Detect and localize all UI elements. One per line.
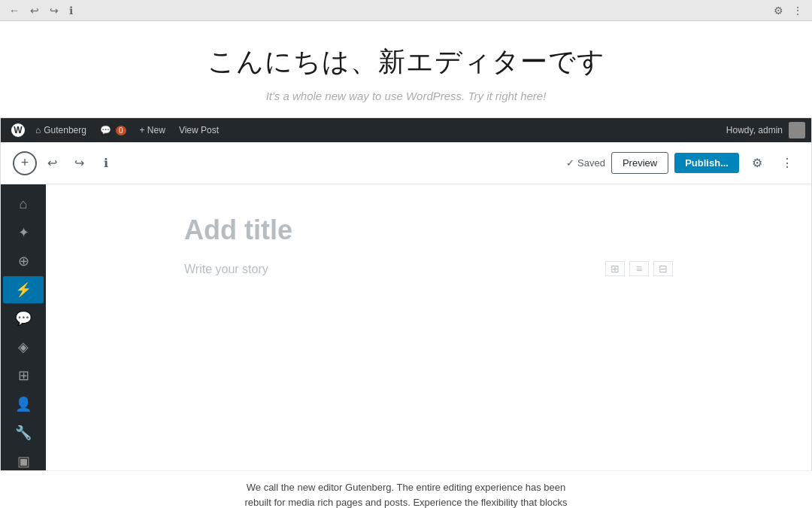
- user-avatar[interactable]: [789, 122, 805, 138]
- redo-button[interactable]: ↪: [67, 151, 91, 175]
- browser-chrome: ← ↩ ↪ ℹ ⚙ ⋮: [0, 0, 812, 21]
- editor-info-button[interactable]: ℹ: [94, 151, 118, 175]
- hero-section: こんにちは、新エディターです It's a whole new way to u…: [0, 21, 812, 117]
- check-icon: ✓: [566, 157, 574, 169]
- comments-count: 0: [116, 126, 126, 135]
- browser-right-controls: ⚙ ⋮: [774, 5, 803, 17]
- sidebar-item-customizer[interactable]: ✦: [3, 219, 44, 246]
- wp-admin-bar: W ⌂ Gutenberg 💬 0 + New View Post: [1, 118, 811, 142]
- gutenberg-editor-toolbar: + ↩ ↪ ℹ ✓ Saved Preview Publish... ⚙ ⋮: [1, 142, 811, 184]
- admin-bar-comments[interactable]: 💬 0: [94, 118, 132, 142]
- editor-more-button[interactable]: ⋮: [775, 151, 799, 175]
- toolbar-left: + ↩ ↪ ℹ: [13, 151, 560, 175]
- wp-admin-bar-items: ⌂ Gutenberg 💬 0 + New View Post: [29, 118, 726, 142]
- admin-bar-view-post[interactable]: View Post: [173, 118, 225, 142]
- admin-bar-new[interactable]: + New: [134, 118, 171, 142]
- editor-body-placeholder[interactable]: Write your story: [184, 261, 593, 276]
- bottom-text-line1: We call the new editor Gutenberg. The en…: [247, 482, 565, 493]
- toolbar-right: ✓ Saved Preview Publish... ⚙ ⋮: [566, 151, 799, 175]
- image-block-icon[interactable]: ⊞: [605, 261, 625, 276]
- add-block-button[interactable]: +: [13, 151, 37, 175]
- howdy-text: Howdy, admin: [726, 125, 783, 135]
- browser-redo-icon[interactable]: ↪: [50, 5, 59, 17]
- list-block-icon[interactable]: ≡: [629, 261, 649, 276]
- editor-content-area[interactable]: Add title Write your story ⊞ ≡ ⊟ ↓: [46, 184, 811, 508]
- post-title-input[interactable]: Add title: [184, 214, 673, 246]
- editor-body-row: Write your story ⊞ ≡ ⊟: [184, 261, 673, 276]
- bottom-text-line2: rebuilt for media rich pages and posts. …: [244, 497, 567, 508]
- sidebar-item-plus[interactable]: ⊕: [3, 248, 44, 275]
- home-icon: ⌂: [35, 125, 41, 135]
- browser-back-icon[interactable]: ←: [9, 5, 20, 17]
- editor-main: ⌂ ✦ ⊕ ⚡ 💬 ◈ ⊞ 👤 🔧 ▣ ✏ ⊕ Add title Write …: [1, 184, 811, 508]
- editor-inner: Add title Write your story ⊞ ≡ ⊟: [184, 214, 673, 276]
- wp-editor-wrapper: W ⌂ Gutenberg 💬 0 + New View Post: [0, 117, 812, 508]
- sidebar-item-comments[interactable]: 💬: [3, 305, 44, 332]
- browser-menu-icon[interactable]: ⋮: [792, 5, 803, 17]
- page-background: こんにちは、新エディターです It's a whole new way to u…: [0, 21, 812, 508]
- sidebar-item-gutenberg[interactable]: ⚡: [3, 276, 44, 303]
- site-name: Gutenberg: [44, 125, 86, 135]
- bottom-text-section: We call the new editor Gutenberg. The en…: [0, 470, 812, 508]
- comments-icon: 💬: [100, 125, 111, 135]
- view-post-label: View Post: [179, 125, 219, 135]
- columns-block-icon[interactable]: ⊟: [653, 261, 673, 276]
- editor-block-icons: ⊞ ≡ ⊟: [605, 261, 673, 276]
- hero-title: こんにちは、新エディターです: [0, 44, 812, 81]
- admin-bar-site[interactable]: ⌂ Gutenberg: [29, 118, 92, 142]
- sidebar-item-users[interactable]: 👤: [3, 391, 44, 418]
- wp-admin-sidebar: ⌂ ✦ ⊕ ⚡ 💬 ◈ ⊞ 👤 🔧 ▣ ✏ ⊕: [1, 184, 46, 508]
- sidebar-item-tools[interactable]: 🔧: [3, 419, 44, 446]
- wp-admin-bar-right: Howdy, admin: [726, 122, 805, 138]
- wp-logo[interactable]: W: [7, 118, 29, 142]
- browser-nav-icons: ← ↩ ↪ ℹ: [9, 5, 766, 17]
- sidebar-item-plugins[interactable]: ⊞: [3, 362, 44, 389]
- hero-subtitle: It's a whole new way to use WordPress. T…: [0, 90, 812, 102]
- wp-logo-icon: W: [11, 123, 25, 137]
- saved-status: ✓ Saved: [566, 157, 605, 169]
- saved-label: Saved: [577, 157, 605, 169]
- browser-settings-icon[interactable]: ⚙: [774, 5, 783, 17]
- undo-button[interactable]: ↩: [40, 151, 64, 175]
- sidebar-item-appearance[interactable]: ◈: [3, 333, 44, 360]
- browser-info-icon[interactable]: ℹ: [69, 5, 73, 17]
- sidebar-item-dashboard[interactable]: ⌂: [3, 190, 44, 217]
- browser-undo-icon[interactable]: ↩: [30, 5, 39, 17]
- publish-button[interactable]: Publish...: [674, 153, 739, 173]
- editor-settings-button[interactable]: ⚙: [745, 151, 769, 175]
- bottom-text: We call the new editor Gutenberg. The en…: [15, 480, 797, 508]
- new-label: + New: [140, 125, 165, 135]
- preview-button[interactable]: Preview: [611, 152, 668, 174]
